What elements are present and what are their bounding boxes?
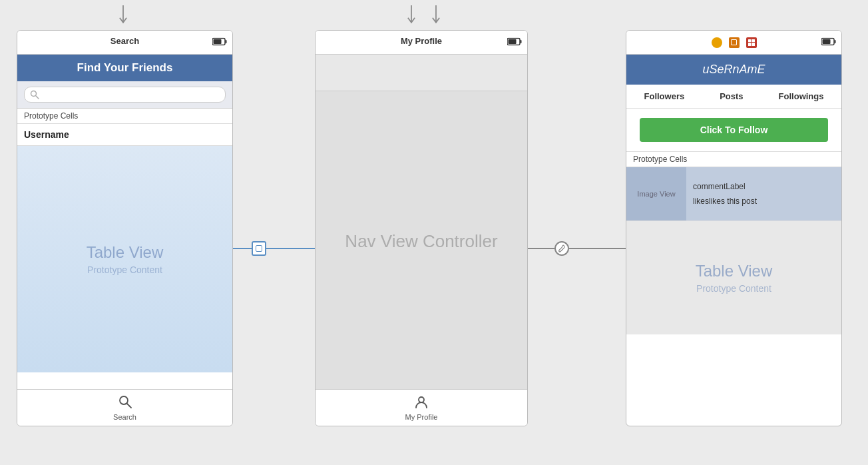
screen2-tab-bar: My Profile: [316, 389, 527, 426]
search-bar[interactable]: [24, 87, 226, 103]
username-row: Username: [17, 124, 232, 146]
canvas: Search Find Your Friends Pro: [0, 0, 868, 465]
screen1-tab-bar: Search: [17, 389, 232, 426]
posts-stat: Posts: [720, 91, 743, 101]
svg-rect-11: [521, 40, 522, 43]
toolbar-icons: [712, 37, 757, 48]
screen3-table-view-label: Table View: [696, 262, 773, 280]
wrench-icon: [558, 244, 566, 252]
post-info: commentLabel likeslikes this post: [686, 167, 763, 221]
screen2-frame: My Profile Nav View Controller: [315, 30, 528, 426]
screen3-frame: uSeRnAmE Followers Posts Followings Clic…: [626, 30, 842, 426]
prototype-cells-label-2: Prototype Cells: [626, 152, 841, 167]
screen3-table-view-sub: Prototype Content: [696, 283, 771, 294]
image-view-label: Image View: [637, 190, 675, 198]
svg-rect-5: [214, 39, 222, 44]
screen2-tab-label: My Profile: [405, 413, 438, 421]
comment-label: commentLabel: [693, 182, 757, 191]
svg-rect-16: [823, 39, 831, 44]
arrow-down-3: [429, 5, 443, 25]
toolbar-icon-box[interactable]: [729, 37, 740, 48]
screen1-title-bar: Search: [17, 31, 232, 55]
svg-rect-4: [226, 40, 227, 43]
screen2-nav-bar: [316, 55, 527, 91]
post-cell: Image View commentLabel likeslikes this …: [626, 167, 841, 221]
screen1-table-view: Table View Prototype Content: [17, 146, 232, 372]
followings-stat: Followings: [779, 91, 824, 101]
screen2-title: My Profile: [401, 36, 442, 46]
svg-rect-12: [509, 39, 517, 44]
toolbar-icon-orange[interactable]: [712, 37, 722, 48]
screen3-title-bar: [626, 31, 841, 55]
follow-button-wrapper: Click To Follow: [626, 109, 841, 152]
battery-icon-2: [507, 37, 522, 47]
arrow-down-1: [116, 5, 130, 25]
search-tab-icon[interactable]: [118, 394, 132, 412]
screen2-nav-view-label: Nav View Controller: [345, 231, 497, 252]
profile-stats: Followers Posts Followings: [626, 85, 841, 109]
image-view-box: Image View: [626, 167, 686, 221]
battery-icon-3: [821, 37, 836, 47]
followers-stat: Followers: [644, 91, 685, 101]
search-icon: [30, 90, 39, 99]
screen1-nav-title: Find Your Friends: [77, 61, 173, 74]
toolbar-icon-grid[interactable]: [746, 37, 757, 48]
screen1-tab-label: Search: [113, 413, 136, 421]
svg-line-9: [126, 404, 131, 408]
svg-line-7: [36, 96, 39, 99]
screen1-table-view-label: Table View: [87, 243, 164, 262]
screen3-table-view: Table View Prototype Content: [626, 221, 841, 334]
follow-button[interactable]: Click To Follow: [640, 118, 828, 142]
myprofile-tab-icon[interactable]: [414, 394, 429, 412]
svg-rect-15: [835, 40, 836, 43]
connector-1: [233, 241, 325, 256]
screen1-frame: Search Find Your Friends Pro: [17, 30, 233, 426]
screen1-title: Search: [110, 36, 139, 46]
arrow-down-2: [405, 5, 418, 25]
screen1-table-view-sub: Prototype Content: [87, 264, 162, 275]
search-bar-container: [17, 81, 232, 109]
connector-2: [528, 241, 634, 256]
svg-point-13: [419, 397, 424, 402]
connector-circle: [554, 241, 569, 256]
screen3-username: uSeRnAmE: [702, 63, 765, 76]
prototype-cells-label-1: Prototype Cells: [17, 109, 232, 124]
screen3-username-bar: uSeRnAmE: [626, 55, 841, 85]
likes-label: likeslikes this post: [693, 197, 757, 206]
screen2-content: Nav View Controller: [316, 91, 527, 391]
connector-square: [252, 241, 266, 256]
screen2-title-bar: My Profile: [316, 31, 527, 55]
screen1-nav-bar: Find Your Friends: [17, 55, 232, 81]
battery-icon-1: [212, 37, 227, 47]
